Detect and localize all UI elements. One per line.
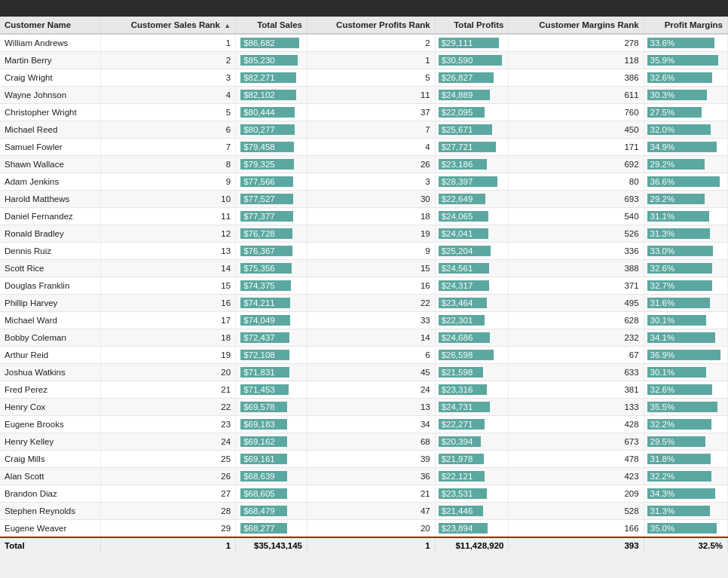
cell-customer-name: Douglas Franklin bbox=[0, 277, 100, 295]
cell-margins-rank: 388 bbox=[509, 260, 644, 277]
profits-bar-text: $20,394 bbox=[439, 437, 473, 446]
margins-bar: 30.1% bbox=[647, 366, 724, 378]
cell-profits-rank: 16 bbox=[307, 277, 436, 295]
cell-total-profits: $24,041 bbox=[435, 225, 509, 243]
cell-total-profits: $24,561 bbox=[435, 260, 509, 277]
cell-customer-name: Wayne Johnson bbox=[0, 87, 100, 104]
cell-customer-name: Martin Berry bbox=[0, 52, 100, 69]
cell-customer-name: Phillip Harvey bbox=[0, 295, 100, 312]
col-profits-rank[interactable]: Customer Profits Rank bbox=[307, 17, 436, 34]
cell-profit-margins: 35.0% bbox=[644, 520, 727, 538]
cell-customer-name: Michael Ward bbox=[0, 312, 100, 329]
cell-profit-margins: 30.3% bbox=[644, 87, 727, 104]
col-sales-rank[interactable]: Customer Sales Rank ▲ bbox=[100, 17, 235, 34]
profits-bar: $23,464 bbox=[439, 297, 506, 309]
cell-profits-rank: 3 bbox=[307, 173, 436, 191]
margins-bar-text: 29.2% bbox=[647, 194, 675, 203]
sales-bar: $79,458 bbox=[240, 141, 302, 153]
cell-sales-rank: 7 bbox=[100, 139, 235, 156]
sales-bar: $68,639 bbox=[240, 470, 302, 482]
cell-margins-rank: 526 bbox=[509, 225, 644, 243]
profits-bar: $24,731 bbox=[439, 401, 506, 413]
cell-total-sales: $74,211 bbox=[236, 295, 307, 312]
margins-bar: 32.6% bbox=[647, 72, 724, 84]
margins-bar: 31.3% bbox=[647, 505, 724, 517]
cell-profit-margins: 33.6% bbox=[644, 34, 727, 52]
data-table: Customer Name Customer Sales Rank ▲ Tota… bbox=[0, 17, 728, 553]
cell-sales-rank: 18 bbox=[100, 329, 235, 347]
cell-margins-rank: 693 bbox=[509, 191, 644, 208]
table-row: Michael Ward17 $74,049 33 $22,301 628 30… bbox=[0, 312, 728, 329]
margins-bar-text: 35.0% bbox=[647, 524, 675, 533]
margins-bar: 31.1% bbox=[647, 210, 724, 222]
profits-bar: $24,041 bbox=[439, 228, 506, 240]
sales-bar: $86,682 bbox=[240, 37, 302, 49]
col-total-sales[interactable]: Total Sales bbox=[236, 17, 307, 34]
cell-total-sales: $85,230 bbox=[236, 52, 307, 69]
cell-total-profits: $25,671 bbox=[435, 121, 509, 139]
table-row: Samuel Fowler7 $79,458 4 $27,721 171 34.… bbox=[0, 139, 728, 156]
table-row: Daniel Fernandez11 $77,377 18 $24,065 54… bbox=[0, 208, 728, 225]
sales-bar-text: $86,682 bbox=[240, 38, 275, 47]
margins-bar-text: 35.5% bbox=[647, 402, 675, 411]
cell-profits-rank: 13 bbox=[307, 399, 436, 416]
table-row: Fred Perez21 $71,453 24 $23,316 381 32.6… bbox=[0, 381, 728, 399]
cell-total-sales: $77,377 bbox=[236, 208, 307, 225]
sales-bar-text: $74,375 bbox=[240, 281, 275, 290]
col-customer-name[interactable]: Customer Name bbox=[0, 17, 100, 34]
sales-bar-text: $79,458 bbox=[240, 142, 275, 151]
cell-sales-rank: 20 bbox=[100, 364, 235, 381]
cell-customer-name: Eugene Weaver bbox=[0, 520, 100, 538]
col-margins-rank[interactable]: Customer Margins Rank bbox=[509, 17, 644, 34]
cell-sales-rank: 26 bbox=[100, 468, 235, 485]
cell-total-profits: $23,186 bbox=[435, 156, 509, 173]
profits-bar: $24,317 bbox=[439, 280, 506, 292]
margins-bar: 31.6% bbox=[647, 297, 724, 309]
margins-bar: 35.0% bbox=[647, 522, 724, 534]
col-total-profits[interactable]: Total Profits bbox=[435, 17, 509, 34]
profits-bar-text: $22,301 bbox=[439, 316, 473, 325]
cell-total-profits: $24,065 bbox=[435, 208, 509, 225]
profits-bar: $22,095 bbox=[439, 106, 506, 118]
sales-bar: $69,183 bbox=[240, 418, 302, 430]
table-row: Brandon Diaz27 $68,605 21 $23,531 209 34… bbox=[0, 485, 728, 503]
sales-bar-text: $72,437 bbox=[240, 333, 275, 342]
cell-margins-rank: 760 bbox=[509, 104, 644, 121]
footer-margins-rank: 393 bbox=[509, 537, 644, 553]
sales-bar-text: $74,211 bbox=[240, 298, 275, 307]
cell-customer-name: Harold Matthews bbox=[0, 191, 100, 208]
cell-margins-rank: 232 bbox=[509, 329, 644, 347]
cell-total-profits: $22,649 bbox=[435, 191, 509, 208]
cell-sales-rank: 27 bbox=[100, 485, 235, 503]
cell-profit-margins: 32.7% bbox=[644, 277, 727, 295]
table-row: Eugene Weaver29 $68,277 20 $23,894 166 3… bbox=[0, 520, 728, 538]
table-container[interactable]: Customer Name Customer Sales Rank ▲ Tota… bbox=[0, 17, 728, 578]
cell-profits-rank: 47 bbox=[307, 503, 436, 520]
cell-profit-margins: 29.2% bbox=[644, 191, 727, 208]
cell-total-sales: $69,162 bbox=[236, 433, 307, 451]
margins-bar-text: 36.9% bbox=[647, 350, 675, 359]
cell-profit-margins: 34.9% bbox=[644, 139, 727, 156]
profits-bar: $22,271 bbox=[439, 418, 506, 430]
cell-total-profits: $21,598 bbox=[435, 364, 509, 381]
profits-bar-text: $28,397 bbox=[439, 177, 473, 186]
cell-total-profits: $22,121 bbox=[435, 468, 509, 485]
col-profit-margins[interactable]: Profit Margins bbox=[644, 17, 727, 34]
table-row: Shawn Wallace8 $79,325 26 $23,186 692 29… bbox=[0, 156, 728, 173]
profits-bar: $25,671 bbox=[439, 124, 506, 136]
cell-margins-rank: 633 bbox=[509, 364, 644, 381]
cell-total-sales: $74,375 bbox=[236, 277, 307, 295]
cell-total-sales: $80,444 bbox=[236, 104, 307, 121]
table-row: Henry Kelley24 $69,162 68 $20,394 673 29… bbox=[0, 433, 728, 451]
cell-total-profits: $28,397 bbox=[435, 173, 509, 191]
cell-profit-margins: 30.1% bbox=[644, 364, 727, 381]
margins-bar-text: 31.3% bbox=[647, 506, 675, 515]
cell-profit-margins: 34.3% bbox=[644, 485, 727, 503]
sales-bar: $75,356 bbox=[240, 262, 302, 274]
cell-sales-rank: 15 bbox=[100, 277, 235, 295]
cell-margins-rank: 528 bbox=[509, 503, 644, 520]
cell-sales-rank: 6 bbox=[100, 121, 235, 139]
table-row: Joshua Watkins20 $71,831 45 $21,598 633 … bbox=[0, 364, 728, 381]
cell-margins-rank: 495 bbox=[509, 295, 644, 312]
sales-bar: $77,566 bbox=[240, 176, 302, 188]
